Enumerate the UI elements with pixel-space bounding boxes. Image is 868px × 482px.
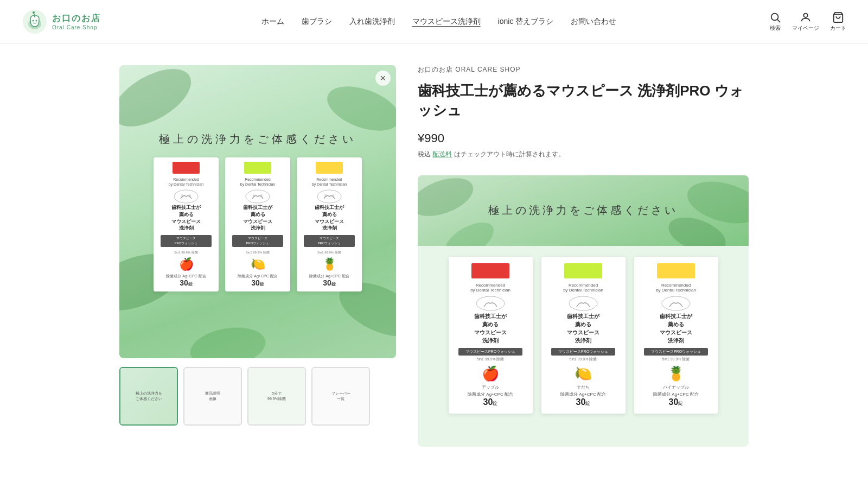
main-nav: ホーム 歯ブラシ 入れ歯洗浄剤 マウスピース洗浄剤 ionic 替えブラシ お問… — [261, 17, 617, 27]
brand-label: お口のお店 ORAL CARE SHOP — [418, 65, 749, 74]
right-badge-count-3: 5in1 99.9% 除菌 — [662, 357, 690, 362]
mypage-label: マイページ — [792, 24, 819, 32]
right-dental-2 — [567, 295, 599, 312]
count-3: 30錠 — [323, 278, 336, 287]
thumbnail-3[interactable]: 5分で99.9%除菌 — [247, 367, 306, 426]
right-fruit-pineapple: 🍍 — [667, 365, 685, 382]
logo-en-text: Oral Care Shop — [52, 24, 101, 30]
cart-icon — [832, 11, 844, 23]
right-rec-1: Recommendedby Dental Technician — [470, 283, 510, 293]
rec-text-2: Recommendedby Dental Technician — [240, 177, 275, 187]
nav-toothbrush[interactable]: 歯ブラシ — [302, 17, 332, 27]
thumbnail-2[interactable]: 商品説明画像 — [183, 367, 242, 426]
count-1: 30錠 — [180, 278, 193, 287]
close-button[interactable]: ✕ — [375, 71, 391, 86]
ingredient-3: 除菌成分 Ag+CPC 配合 — [309, 274, 349, 278]
logo-icon — [22, 9, 48, 35]
thumb-label-2: 商品説明画像 — [205, 391, 220, 402]
mypage-button[interactable]: マイページ — [792, 11, 819, 32]
right-card-apple: Recommendedby Dental Technician 歯科技工士が薦め… — [449, 257, 533, 414]
shipping-link[interactable]: 配送料 — [432, 150, 452, 158]
tax-note: 税込 — [418, 150, 431, 158]
thumb-inner-2: 商品説明画像 — [184, 368, 241, 424]
product-layout: 極上の洗浄力をご体感ください Recommendedby Dental Tech… — [119, 65, 749, 447]
dental-emblem-1 — [173, 189, 200, 204]
right-fruit-apple: 🍎 — [482, 365, 499, 382]
card-badge-1: マウスピースPROウォッシュ — [161, 235, 212, 247]
right-hero-banner: 極上の洗浄力をご体感ください — [418, 175, 749, 246]
ingredient-2: 除菌成分 Ag+CPC 配合 — [238, 274, 277, 278]
svg-point-22 — [324, 194, 327, 196]
svg-point-2 — [33, 20, 34, 21]
right-rec-2: Recommendedby Dental Technician — [563, 283, 603, 293]
thumb-label-4: フレーバー一覧 — [331, 391, 350, 402]
right-badge-2: マウスピースPROウォッシュ — [551, 348, 615, 356]
right-badge-count-1: 5in1 99.9% 除菌 — [477, 357, 505, 362]
thumbnail-4[interactable]: フレーバー一覧 — [311, 367, 370, 426]
svg-point-17 — [189, 194, 191, 196]
card-badge-count-3: 5in1 99.9% 除菌 — [317, 250, 341, 255]
svg-point-23 — [332, 194, 334, 196]
right-count-1: 30錠 — [483, 397, 498, 407]
logo[interactable]: お口のお店 Oral Care Shop — [22, 9, 108, 35]
right-rec-3: Recommendedby Dental Technician — [656, 283, 696, 293]
logo-jp-text: お口のお店 — [52, 13, 101, 24]
right-ingredient-1: 除菌成分 Ag+CPC 配合 — [468, 391, 513, 397]
search-icon — [769, 11, 781, 23]
thumb-inner-4: フレーバー一覧 — [312, 368, 369, 424]
svg-point-11 — [321, 78, 396, 139]
nav-ionic[interactable]: ionic 替えブラシ — [498, 17, 554, 27]
right-ingredient-2: 除菌成分 Ag+CPC 配合 — [560, 391, 606, 397]
nav-home[interactable]: ホーム — [261, 17, 284, 27]
cart-button[interactable]: カート — [830, 11, 846, 32]
hero-tagline: 極上の洗浄力をご体感ください — [159, 132, 356, 147]
thumbnail-row: 極上の洗浄力をご体感ください 商品説明画像 5分で99.9%除菌 フレーバー一覧 — [119, 367, 396, 426]
svg-point-26 — [439, 215, 500, 246]
svg-point-10 — [119, 65, 200, 138]
right-bg-leaves — [418, 175, 749, 246]
right-count-2: 30錠 — [576, 397, 591, 407]
card-badge-count-2: 5in1 99.9% 除菌 — [246, 250, 270, 255]
product-card-pineapple: Recommendedby Dental Technician 歯科技工士が薦め… — [297, 157, 362, 291]
card-badge-3: マウスピースPROウォッシュ — [304, 235, 355, 247]
card-jp-2: 歯科技工士が薦めるマウスピース洗浄剤 — [243, 204, 272, 231]
search-label: 検索 — [770, 24, 781, 32]
right-flavor-3: パイナップル — [663, 384, 689, 390]
product-gallery: 極上の洗浄力をご体感ください Recommendedby Dental Tech… — [119, 65, 396, 426]
product-card-apple: Recommendedby Dental Technician 歯科技工士が薦め… — [154, 157, 219, 291]
nav-mouthpiece[interactable]: マウスピース洗浄剤 — [412, 17, 481, 27]
svg-point-19 — [253, 194, 255, 196]
svg-point-3 — [36, 20, 37, 21]
card-color-green — [244, 162, 271, 174]
right-card-color-red — [471, 263, 509, 278]
right-card-jp-3: 歯科技工士が薦めるマウスピース洗浄剤 — [660, 312, 692, 345]
product-info: お口のお店 ORAL CARE SHOP 歯科技工士が薦めるマウスピース 洗浄剤… — [418, 65, 749, 447]
main-content: 極上の洗浄力をご体感ください Recommendedby Dental Tech… — [108, 43, 760, 468]
right-card-color-yellow — [657, 263, 695, 278]
svg-point-6 — [771, 13, 778, 20]
thumbnail-1[interactable]: 極上の洗浄力をご体感ください — [119, 367, 178, 426]
dental-emblem-3 — [316, 189, 343, 204]
right-count-3: 30錠 — [669, 397, 684, 407]
nav-denture[interactable]: 入れ歯洗浄剤 — [349, 17, 395, 27]
right-flavor-2: すだち — [577, 384, 590, 390]
thumb-label-1: 極上の洗浄力をご体感ください — [136, 391, 162, 402]
card-badge-count-1: 5in1 99.9% 除菌 — [174, 250, 198, 255]
rec-text-1: Recommendedby Dental Technician — [169, 177, 203, 187]
right-card-jp-2: 歯科技工士が薦めるマウスピース洗浄剤 — [567, 312, 599, 345]
site-header: お口のお店 Oral Care Shop ホーム 歯ブラシ 入れ歯洗浄剤 マウス… — [0, 0, 868, 43]
search-button[interactable]: 検索 — [769, 11, 781, 32]
product-title: 歯科技工士が薦めるマウスピース 洗浄剤PRO ウォッシュ — [418, 81, 749, 120]
ingredient-1: 除菌成分 Ag+CPC 配合 — [166, 274, 206, 278]
nav-contact[interactable]: お問い合わせ — [571, 17, 616, 27]
right-cards-row: Recommendedby Dental Technician 歯科技工士が薦め… — [418, 246, 749, 424]
rec-text-3: Recommendedby Dental Technician — [312, 177, 347, 187]
card-jp-1: 歯科技工士が薦めるマウスピース洗浄剤 — [171, 204, 201, 231]
fruit-apple: 🍎 — [179, 257, 194, 271]
right-ingredient-3: 除菌成分 Ag+CPC 配合 — [653, 391, 699, 397]
dental-emblem-2 — [244, 189, 271, 204]
right-flavor-1: アップル — [482, 384, 499, 390]
count-2: 30錠 — [251, 278, 264, 287]
tax-info: 税込 配送料 はチェックアウト時に計算されます。 — [418, 150, 749, 159]
svg-line-7 — [777, 20, 780, 22]
